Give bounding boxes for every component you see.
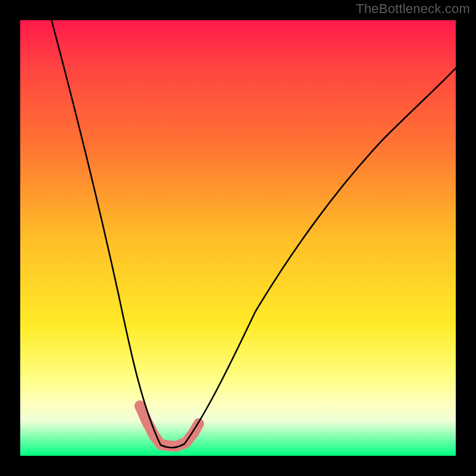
chart-container: TheBottleneck.com (0, 0, 476, 476)
bottleneck-curve (50, 20, 456, 447)
watermark-text: TheBottleneck.com (356, 1, 470, 17)
good-fit-highlight (140, 406, 199, 446)
curve-svg (20, 20, 456, 456)
plot-area (20, 20, 456, 456)
